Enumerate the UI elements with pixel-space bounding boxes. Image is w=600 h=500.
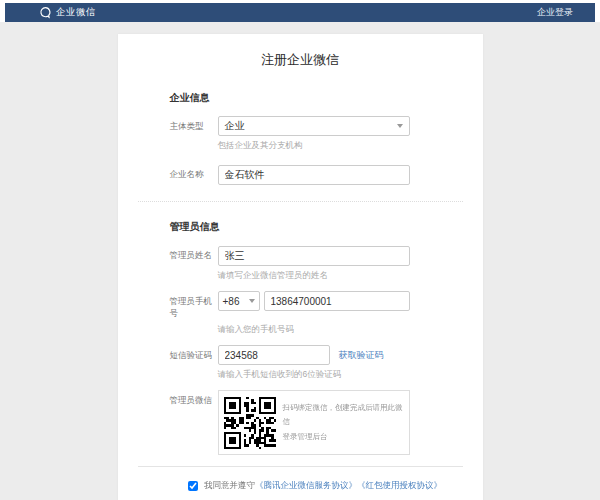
section-divider — [138, 201, 463, 202]
footer-divider — [138, 466, 463, 467]
service-agreement-link[interactable]: 《腾讯企业微信服务协议》 — [255, 480, 357, 492]
admin-name-hint: 请填写企业微信管理员的姓名 — [118, 270, 483, 282]
qr-code — [224, 397, 276, 449]
sms-code-hint: 请输入手机短信收到的6位验证码 — [118, 369, 483, 381]
brand-name: 企业微信 — [56, 6, 96, 19]
agreement-row: 我同意并遵守 《腾讯企业微信服务协议》 《红包使用授权协议》 — [148, 480, 483, 492]
enterprise-login-link[interactable]: 企业登录 — [537, 6, 573, 19]
admin-phone-label: 管理员手机号 — [170, 291, 218, 320]
wechat-qr-panel: 扫码绑定微信，创建完成后请用此微信 登录管理后台 — [218, 390, 410, 455]
enterprise-name-row: 企业名称 — [118, 164, 483, 185]
enterprise-section-heading: 企业信息 — [118, 91, 483, 105]
qr-hint-text: 扫码绑定微信，创建完成后请用此微信 登录管理后台 — [283, 401, 404, 444]
sms-code-input[interactable] — [218, 345, 330, 365]
qr-hint-line2: 登录管理后台 — [283, 430, 404, 444]
agreement-checkbox[interactable] — [188, 481, 198, 491]
admin-name-input[interactable] — [218, 246, 410, 266]
admin-phone-hint: 请输入您的手机号码 — [118, 324, 483, 336]
subject-type-select[interactable]: 企业 — [218, 116, 410, 136]
navbar: 企业微信 企业登录 — [5, 3, 595, 22]
chevron-down-icon — [397, 124, 403, 128]
admin-wechat-row: 管理员微信 扫码绑定微信，创建完成后请用此微信 登录管理后台 — [118, 390, 483, 455]
country-code-value: +86 — [223, 296, 240, 307]
sms-code-row: 短信验证码 获取验证码 — [118, 345, 483, 365]
chevron-down-icon — [249, 299, 255, 303]
admin-wechat-label: 管理员微信 — [170, 390, 218, 407]
subject-type-hint: 包括企业及其分支机构 — [118, 140, 483, 152]
subject-type-value: 企业 — [225, 119, 245, 133]
country-code-select[interactable]: +86 — [218, 291, 260, 311]
admin-phone-input[interactable] — [264, 291, 410, 311]
wechat-work-logo-icon — [39, 6, 52, 19]
redpacket-agreement-link[interactable]: 《红包使用授权协议》 — [357, 480, 442, 492]
page-title: 注册企业微信 — [118, 34, 483, 73]
enterprise-name-label: 企业名称 — [170, 164, 218, 181]
admin-name-row: 管理员姓名 — [118, 245, 483, 266]
admin-phone-row: 管理员手机号 +86 — [118, 291, 483, 320]
sms-code-label: 短信验证码 — [170, 345, 218, 362]
qr-hint-line1: 扫码绑定微信，创建完成后请用此微信 — [283, 401, 404, 430]
admin-name-label: 管理员姓名 — [170, 245, 218, 262]
agreement-prefix: 我同意并遵守 — [204, 480, 255, 492]
admin-section-heading: 管理员信息 — [118, 220, 483, 234]
brand[interactable]: 企业微信 — [39, 6, 96, 19]
top-bar-wrapper: 企业微信 企业登录 — [0, 0, 600, 22]
subject-type-label: 主体类型 — [170, 116, 218, 133]
register-card: 注册企业微信 企业信息 主体类型 企业 包括企业及其分支机构 企业名称 管理员信… — [118, 34, 483, 500]
enterprise-name-input[interactable] — [218, 165, 410, 185]
subject-type-row: 主体类型 企业 — [118, 116, 483, 136]
get-verification-code-link[interactable]: 获取验证码 — [339, 349, 384, 362]
